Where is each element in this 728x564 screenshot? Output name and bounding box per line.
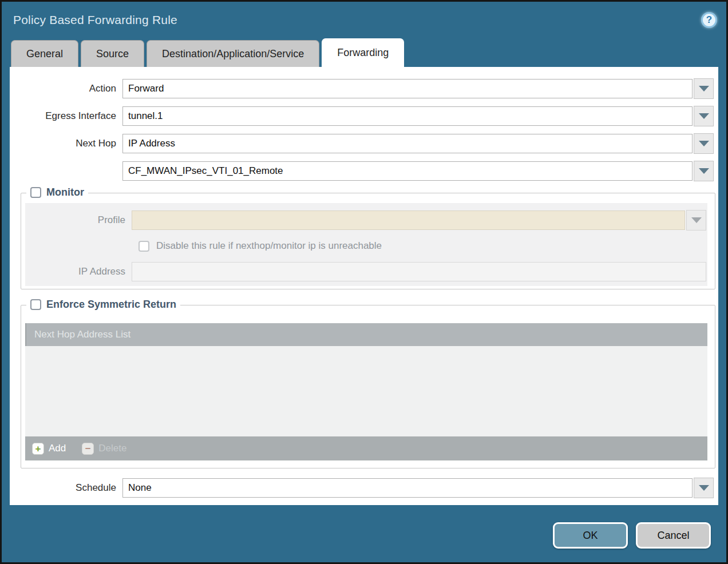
egress-interface-dropdown: tunnel.1 xyxy=(122,106,714,126)
monitor-group: Monitor Profile Disable this rule if nex… xyxy=(21,193,715,289)
profile-dropdown-button xyxy=(686,210,706,231)
action-dropdown-button[interactable] xyxy=(694,78,714,99)
monitor-ip-address-field xyxy=(132,262,706,281)
next-hop-type-dropdown-button[interactable] xyxy=(694,133,714,154)
next-hop-type-dropdown: IP Address xyxy=(122,133,714,154)
add-button[interactable]: + Add xyxy=(32,443,66,455)
next-hop-address-list-body[interactable] xyxy=(25,346,707,436)
tab-forwarding[interactable]: Forwarding xyxy=(322,38,404,67)
profile-row: Profile xyxy=(25,210,707,231)
cancel-button[interactable]: Cancel xyxy=(636,522,711,549)
forwarding-tab-panel: Action Forward Egress Interface tunnel.1… xyxy=(10,67,718,505)
next-hop-label: Next Hop xyxy=(10,138,122,149)
monitor-ip-address-row: IP Address xyxy=(25,262,707,281)
egress-interface-row: Egress Interface tunnel.1 xyxy=(10,106,718,126)
next-hop-address-dropdown: CF_MWAN_IPsec_VTI_01_Remote xyxy=(122,161,714,181)
chevron-down-icon xyxy=(699,113,709,119)
schedule-dropdown-button[interactable] xyxy=(694,478,714,498)
schedule-label: Schedule xyxy=(10,482,122,494)
monitor-legend: Monitor xyxy=(26,186,88,198)
dialog-title: Policy Based Forwarding Rule xyxy=(13,13,177,27)
enforce-legend: Enforce Symmetric Return xyxy=(26,299,180,311)
next-hop-type-value[interactable]: IP Address xyxy=(122,134,693,153)
next-hop-address-list-header: Next Hop Address List xyxy=(25,323,707,346)
tab-general[interactable]: General xyxy=(11,40,78,67)
tab-strip: General Source Destination/Application/S… xyxy=(2,38,726,67)
title-bar: Policy Based Forwarding Rule ? xyxy=(2,2,726,38)
delete-button-label: Delete xyxy=(98,443,126,454)
action-value[interactable]: Forward xyxy=(122,79,693,98)
delete-button: − Delete xyxy=(82,443,126,455)
enforce-symmetric-return-group: Enforce Symmetric Return Next Hop Addres… xyxy=(21,305,715,468)
egress-interface-value[interactable]: tunnel.1 xyxy=(122,106,693,126)
tab-source[interactable]: Source xyxy=(81,40,144,67)
monitor-ip-address-value xyxy=(132,262,706,281)
dialog-footer: OK Cancel xyxy=(553,522,711,549)
chevron-down-icon xyxy=(699,168,709,174)
next-hop-address-list-table: Next Hop Address List + Add − Delete xyxy=(25,323,707,460)
monitor-panel: Profile Disable this rule if nexthop/mon… xyxy=(25,203,707,286)
next-hop-address-value[interactable]: CF_MWAN_IPsec_VTI_01_Remote xyxy=(122,161,693,181)
profile-dropdown xyxy=(132,210,706,231)
ok-button[interactable]: OK xyxy=(553,522,628,549)
add-button-label: Add xyxy=(49,443,66,454)
help-icon[interactable]: ? xyxy=(701,12,717,28)
chevron-down-icon xyxy=(691,217,702,223)
delete-icon: − xyxy=(82,443,94,455)
monitor-ip-address-label: IP Address xyxy=(25,266,132,277)
profile-value xyxy=(132,210,685,230)
disable-rule-label: Disable this rule if nexthop/monitor ip … xyxy=(156,240,382,252)
monitor-checkbox[interactable] xyxy=(30,187,41,198)
disable-rule-checkbox xyxy=(139,241,149,252)
action-row: Action Forward xyxy=(10,78,718,99)
profile-label: Profile xyxy=(25,215,132,226)
schedule-dropdown: None xyxy=(122,478,714,498)
monitor-title: Monitor xyxy=(46,186,84,198)
egress-interface-dropdown-button[interactable] xyxy=(694,106,714,126)
enforce-symmetric-return-checkbox[interactable] xyxy=(30,299,41,310)
chevron-down-icon xyxy=(699,141,709,146)
disable-rule-row: Disable this rule if nexthop/monitor ip … xyxy=(139,240,707,252)
next-hop-address-list-toolbar: + Add − Delete xyxy=(25,436,707,460)
egress-interface-label: Egress Interface xyxy=(10,110,122,122)
next-hop-address-dropdown-button[interactable] xyxy=(694,161,714,181)
schedule-row: Schedule None xyxy=(10,478,718,498)
next-hop-address-row: CF_MWAN_IPsec_VTI_01_Remote xyxy=(10,161,718,181)
chevron-down-icon xyxy=(699,86,709,92)
next-hop-row: Next Hop IP Address xyxy=(10,133,718,154)
tab-destination-application-service[interactable]: Destination/Application/Service xyxy=(147,40,319,67)
schedule-value[interactable]: None xyxy=(122,478,693,498)
enforce-symmetric-return-title: Enforce Symmetric Return xyxy=(46,299,176,311)
chevron-down-icon xyxy=(699,485,709,491)
action-label: Action xyxy=(10,83,122,94)
add-icon: + xyxy=(32,443,44,455)
policy-based-forwarding-dialog: { "window": { "title": "Policy Based For… xyxy=(0,0,728,564)
action-dropdown: Forward xyxy=(122,78,714,99)
